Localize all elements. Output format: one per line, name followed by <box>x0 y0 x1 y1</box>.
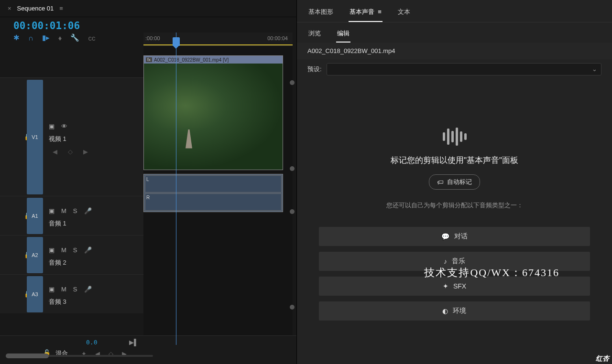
skip-icon[interactable]: ▶▌ <box>129 339 138 346</box>
mute-button[interactable]: M <box>61 207 66 214</box>
music-icon: ♪ <box>444 257 447 265</box>
essential-sound-panel: 基本图形 基本声音 ≡ 文本 浏览 编辑 A002_C018_0922BW_00… <box>296 0 612 364</box>
zoom-handle[interactable] <box>290 209 295 214</box>
timeline-panel: × Sequence 01 ≡ 00:00:01:06 ✱ ∩ ▮▸ ♦ 🔧 c… <box>0 0 296 364</box>
subtab-edit[interactable]: 编辑 <box>336 27 350 43</box>
tab-graphics[interactable]: 基本图形 <box>307 6 334 22</box>
track-a1-name: 音频 1 <box>49 219 143 228</box>
audio-channel-r: R <box>145 193 282 211</box>
timeline-ruler[interactable]: :00:00 00:00:04 <box>143 32 293 46</box>
tab-sound[interactable]: 基本声音 ≡ <box>349 6 382 22</box>
timeline-bottom-bar: 0.0 ▶▌ 🔓 混合 ✦ ◀ ◇ ▶ <box>0 335 296 364</box>
clip-title-bar: fx A002_C018_0922BW_001.mp4 [V] <box>144 56 283 64</box>
sequence-header: × Sequence 01 ≡ <box>0 0 296 17</box>
mic-icon[interactable]: 🎤 <box>84 246 92 254</box>
lock-icon[interactable]: 🔓 <box>0 251 24 258</box>
timecode-display[interactable]: 00:00:01:06 <box>0 17 296 32</box>
preset-label: 预设: <box>307 65 322 74</box>
cc-icon[interactable]: cc <box>88 34 95 42</box>
track-a2-badge[interactable]: A2 <box>27 237 43 273</box>
work-area-bar[interactable] <box>143 44 293 45</box>
lock-icon[interactable]: 🔓 <box>0 290 24 298</box>
toggle-output-icon[interactable]: ▣ <box>49 207 55 214</box>
clip-name: A002_C018_0922BW_001.mp4 [V] <box>154 57 229 63</box>
eye-icon[interactable]: 👁 <box>61 123 67 130</box>
mute-button[interactable]: M <box>61 286 66 293</box>
track-a2-header[interactable]: 🔓 A2 ▣ M S 🎤 音频 2 <box>0 235 143 274</box>
wrench-icon[interactable]: 🔧 <box>70 33 79 42</box>
subtab-browse[interactable]: 浏览 <box>307 27 322 43</box>
ruler-tick-end: 00:00:04 <box>267 35 288 41</box>
panel-tabs: 基本图形 基本声音 ≡ 文本 <box>297 0 612 22</box>
toggle-output-icon[interactable]: ▣ <box>49 286 55 293</box>
lock-icon[interactable]: 🔓 <box>0 133 24 140</box>
toggle-output-icon[interactable]: ▣ <box>49 123 55 130</box>
scrollbar-thumb[interactable] <box>6 353 49 358</box>
sfx-icon: ✦ <box>443 282 448 290</box>
track-a1-badge[interactable]: A1 <box>27 198 43 234</box>
empty-heading: 标记您的剪辑以使用"基本声音"面板 <box>391 155 518 166</box>
category-ambience-button[interactable]: ◐环境 <box>319 301 590 321</box>
category-dialog-button[interactable]: 💬对话 <box>319 227 590 246</box>
solo-button[interactable]: S <box>73 246 77 254</box>
tag-icon: 🏷 <box>437 179 443 186</box>
preset-dropdown[interactable]: ⌄ <box>327 63 601 75</box>
playhead-handle[interactable] <box>173 37 180 46</box>
speech-icon: 💬 <box>441 233 449 240</box>
track-v1-badge[interactable]: V1 <box>27 80 43 194</box>
track-v1-name: 视频 1 <box>49 135 143 143</box>
ambience-icon: ◐ <box>442 307 448 315</box>
toggle-output-icon[interactable]: ▣ <box>49 246 55 254</box>
mix-value[interactable]: 0.0 <box>86 339 97 346</box>
magnet-icon[interactable]: ∩ <box>28 34 33 42</box>
zoom-handle[interactable] <box>290 80 295 85</box>
support-overlay-text: 技术支持QQ/WX：674316 <box>424 266 559 280</box>
sound-subtabs: 浏览 编辑 <box>297 22 612 43</box>
audio-channel-l: L <box>145 175 282 193</box>
video-clip[interactable]: fx A002_C018_0922BW_001.mp4 [V] <box>143 55 283 170</box>
ruler-tick-start: :00:00 <box>145 35 160 41</box>
next-keyframe-icon[interactable]: ▶ <box>83 148 88 155</box>
mic-icon[interactable]: 🎤 <box>84 286 92 293</box>
tab-text[interactable]: 文本 <box>397 6 411 22</box>
solo-button[interactable]: S <box>73 286 77 293</box>
horizontal-scrollbar[interactable] <box>6 353 153 358</box>
prev-keyframe-icon[interactable]: ◀ <box>53 148 57 155</box>
auto-tag-button[interactable]: 🏷自动标记 <box>429 174 480 190</box>
watermark: 红杏 <box>596 354 609 363</box>
mute-button[interactable]: M <box>61 246 66 254</box>
track-a2-name: 音频 2 <box>49 258 143 267</box>
lock-icon[interactable]: 🔓 <box>0 212 24 219</box>
essential-sound-empty: 标记您的剪辑以使用"基本声音"面板 🏷自动标记 您还可以自己为每个剪辑分配以下音… <box>297 79 612 321</box>
fx-badge[interactable]: fx <box>146 57 152 62</box>
clip-thumbnail <box>144 64 283 170</box>
selected-file-label: A002_C018_0922BW_001.mp4 <box>297 43 612 59</box>
sequence-title: Sequence 01 <box>17 5 54 12</box>
add-keyframe-icon[interactable]: ◇ <box>68 148 73 155</box>
mic-icon[interactable]: 🎤 <box>84 207 92 214</box>
empty-subtext: 您还可以自己为每个剪辑分配以下音频类型之一： <box>386 201 523 210</box>
track-a1-header[interactable]: 🔓 A1 ▣ M S 🎤 音频 1 <box>0 196 143 235</box>
track-a3-header[interactable]: 🔓 A3 ▣ M S 🎤 音频 3 <box>0 274 143 313</box>
marker-icon[interactable]: ♦ <box>58 34 62 42</box>
timeline-area[interactable]: :00:00 00:00:04 fx A002_C018_0922BW_001.… <box>143 32 293 345</box>
zoom-handle[interactable] <box>290 305 295 310</box>
audio-clip[interactable]: L R <box>143 174 283 212</box>
snap-icon[interactable]: ✱ <box>13 33 20 42</box>
sequence-menu-icon[interactable]: ≡ <box>59 5 63 12</box>
playhead[interactable] <box>176 32 176 345</box>
solo-button[interactable]: S <box>73 207 77 214</box>
zoom-handle[interactable] <box>290 166 295 171</box>
track-a3-name: 音频 3 <box>49 298 143 306</box>
preset-row: 预设: ⌄ <box>297 59 612 79</box>
waveform-icon <box>443 127 467 146</box>
close-sequence-icon[interactable]: × <box>8 5 11 12</box>
link-icon[interactable]: ▮▸ <box>42 33 50 42</box>
track-v1-header[interactable]: 🔓 V1 ▣ 👁 视频 1 ◀ ◇ ▶ <box>0 77 143 196</box>
track-a3-badge[interactable]: A3 <box>27 276 43 312</box>
